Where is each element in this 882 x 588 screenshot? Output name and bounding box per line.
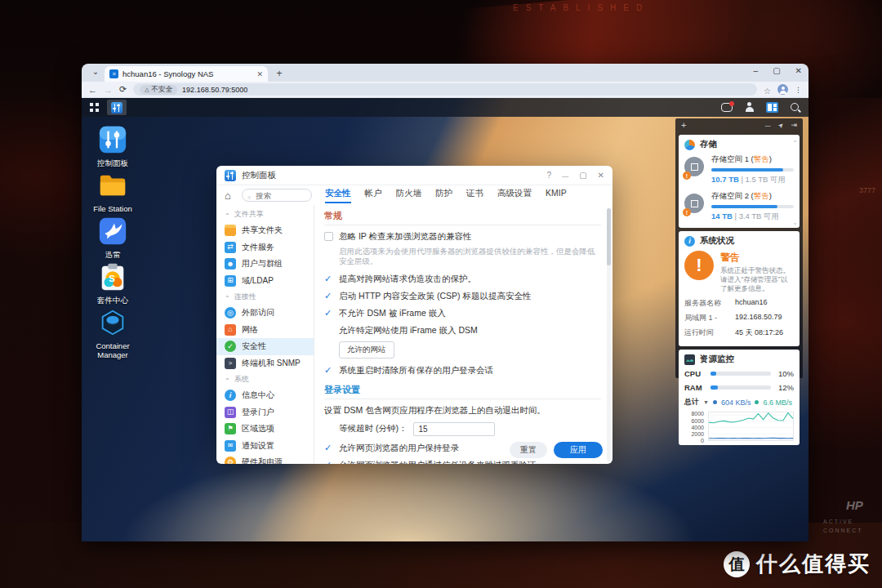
control-panel-titlebar[interactable]: 控制面板: [216, 166, 612, 185]
security-badge[interactable]: 不安全: [140, 85, 177, 95]
forward-icon[interactable]: →: [104, 85, 113, 95]
checkbox-trusted-device[interactable]: [324, 461, 333, 464]
search-input[interactable]: [254, 190, 306, 201]
sidebar-item-shared-folder[interactable]: 共享文件夹: [216, 222, 314, 239]
network-total-row[interactable]: 总计▼ 604 KB/s 6.6 MB/s: [684, 397, 794, 408]
tab-firewall[interactable]: 防火墙: [396, 188, 422, 203]
back-icon[interactable]: ←: [88, 85, 97, 95]
window-close-icon[interactable]: [795, 66, 802, 76]
sidebar-item-file-services[interactable]: 文件服务: [216, 239, 314, 256]
sidebar-item-login-portal[interactable]: 登录门户: [216, 404, 314, 421]
sidebar-section-file-sharing[interactable]: 文件共享: [216, 207, 314, 222]
help-icon[interactable]: [547, 171, 552, 180]
volume-available: 1.5 TB 可用: [746, 175, 786, 184]
tab-account[interactable]: 帐户: [365, 188, 382, 203]
tab-certificate[interactable]: 证书: [466, 188, 483, 203]
window-minimize-icon[interactable]: [754, 66, 759, 76]
search-icon: [247, 188, 251, 203]
sidebar-section-system[interactable]: 系统: [216, 372, 314, 387]
profile-avatar[interactable]: [777, 84, 788, 95]
widget-minimize-icon[interactable]: [765, 121, 771, 129]
volume-name: 存储空间 1 (: [711, 154, 754, 163]
search-box[interactable]: [242, 189, 312, 202]
sidebar-item-external-access[interactable]: 外部访问: [216, 305, 314, 322]
reset-button[interactable]: 重置: [510, 442, 547, 458]
allowed-sites-button[interactable]: 允许的网站: [339, 341, 394, 359]
reload-icon[interactable]: ⟳: [119, 84, 127, 95]
sidebar-item-info-center[interactable]: 信息中心: [216, 387, 314, 404]
app-menu-icon[interactable]: [90, 103, 99, 112]
sidebar-item-notification[interactable]: 通知设置: [216, 438, 314, 455]
home-icon[interactable]: [225, 190, 235, 201]
new-tab-icon[interactable]: [273, 67, 286, 80]
menu-dots-icon[interactable]: [795, 86, 802, 94]
tab-advanced[interactable]: 高级设置: [497, 188, 532, 203]
tab-search-icon[interactable]: [88, 65, 103, 80]
desktop-icon-label: File Station: [82, 204, 144, 213]
plus-icon[interactable]: [681, 120, 686, 130]
content-scrollbar[interactable]: [607, 208, 611, 461]
desktop-icon-label: 套件中心: [82, 296, 144, 306]
chevron-up-icon[interactable]: ⌃: [792, 140, 798, 147]
chevron-down-icon[interactable]: ⌄: [792, 219, 798, 226]
wallpaper-active-text: ACTIVE CONNECT: [823, 518, 882, 535]
desktop-icon-control-panel[interactable]: 控制面板: [82, 124, 144, 169]
health-widget-title: 系统状况: [700, 235, 734, 247]
checkbox-stay-signed-in[interactable]: [324, 443, 333, 452]
tab-kmip[interactable]: KMIP: [546, 188, 567, 203]
sidebar-item-security[interactable]: 安全性: [216, 338, 314, 355]
timeout-input[interactable]: [413, 422, 495, 436]
wallpaper-hp-text: HP: [846, 498, 863, 512]
browser-tab[interactable]: hchuan16 - Synology NAS: [105, 66, 268, 82]
sidebar-item-hardware-power[interactable]: 硬件和电源: [216, 454, 314, 464]
health-message: 系统正处于警告状态。请进入“存储管理器”以了解更多信息。: [720, 266, 794, 293]
sidebar-item-domain-ldap[interactable]: 域/LDAP: [216, 273, 314, 290]
sidebar-item-regional-options[interactable]: 区域选项: [216, 421, 314, 438]
tab-security[interactable]: 安全性: [325, 188, 351, 203]
widgets-icon[interactable]: [766, 102, 778, 113]
sidebar-item-label: 终端机和 SNMP: [242, 358, 301, 369]
sidebar-item-terminal-snmp[interactable]: 终端机和 SNMP: [216, 355, 314, 372]
checkbox-csp[interactable]: [324, 292, 333, 301]
sidebar-item-network[interactable]: 网络: [216, 322, 314, 339]
checkbox-csrf-protection[interactable]: [324, 274, 333, 283]
ram-value: 12%: [776, 383, 794, 392]
star-icon[interactable]: [764, 82, 771, 97]
sidebar-item-label: 登录门户: [242, 407, 274, 418]
apply-button[interactable]: 应用: [554, 442, 603, 458]
window-maximize-icon[interactable]: [773, 66, 780, 76]
chat-icon[interactable]: [721, 103, 733, 112]
tab-close-icon[interactable]: [256, 70, 263, 78]
shared-folder-icon: [225, 225, 236, 236]
notification-icon: [225, 440, 236, 452]
address-bar[interactable]: 不安全 192.168.50.79:5000: [133, 83, 757, 96]
checkbox-ignore-ip[interactable]: [324, 232, 333, 241]
maximize-icon[interactable]: [579, 171, 586, 180]
sidebar-item-user-group[interactable]: 用户与群组: [216, 256, 314, 273]
cpu-value: 10%: [776, 369, 794, 378]
control-panel-app-icon[interactable]: [107, 100, 127, 115]
section-general: 常规: [324, 210, 601, 225]
desktop-icon-label: 控制面板: [82, 158, 144, 169]
checkbox-label: 系统重启时清除所有保存的用户登录会话: [339, 365, 493, 376]
storage-volume-1[interactable]: 存储空间 1 (警告) 10.7 TB | 1.5 TB 可用 ⌃: [684, 154, 794, 185]
checkbox-iframe[interactable]: [324, 309, 333, 318]
sidebar-section-connectivity[interactable]: 连接性: [216, 289, 314, 305]
desktop-icon-container-manager[interactable]: Container Manager: [82, 307, 144, 359]
desktop-icon-package-center[interactable]: S 套件中心: [82, 261, 144, 306]
monitor-icon: [684, 354, 695, 365]
pin-icon[interactable]: [778, 121, 784, 129]
close-icon[interactable]: [598, 171, 604, 180]
dock-icon[interactable]: [791, 121, 797, 129]
checkbox-clear-sessions[interactable]: [324, 366, 333, 375]
user-icon[interactable]: [744, 102, 755, 113]
desktop-icon-file-station[interactable]: File Station: [82, 170, 144, 213]
tab-protection[interactable]: 防护: [435, 188, 452, 203]
search-icon[interactable]: [790, 102, 800, 113]
file-station-icon: [97, 170, 128, 201]
warning-badge: [683, 208, 691, 216]
storage-volume-2[interactable]: 存储空间 2 (警告) 14 TB | 3.4 TB 可用 ⌄: [684, 191, 794, 222]
minimize-icon[interactable]: [562, 171, 568, 180]
desktop-icon-xunlei[interactable]: 迅雷: [82, 216, 144, 261]
sidebar-item-label: 共享文件夹: [242, 225, 283, 236]
